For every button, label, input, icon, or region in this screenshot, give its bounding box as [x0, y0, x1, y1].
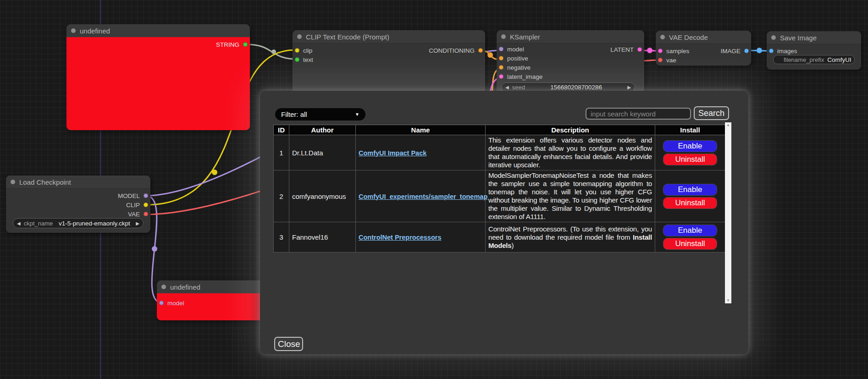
node-title: undefined	[170, 283, 200, 291]
conditioning-port-dot[interactable]	[478, 48, 483, 53]
output-port-latent[interactable]: LATENT	[610, 46, 642, 53]
node-graph-canvas[interactable]: undefined STRING CLIP Text Encode (Promp…	[0, 0, 868, 379]
decrement-arrow-icon[interactable]: ◀	[17, 221, 21, 226]
extension-author-cell: comfyanonymous	[289, 170, 356, 222]
extension-id-cell: 2	[274, 170, 289, 222]
input-port-model[interactable]: model	[159, 299, 184, 307]
input-port-latent-image[interactable]: latent_image	[499, 73, 542, 80]
extension-author-cell: Dr.Lt.Data	[289, 135, 356, 170]
node-collapse-dot[interactable]	[161, 285, 166, 289]
uninstall-button[interactable]: Uninstall	[663, 238, 717, 250]
uninstall-button[interactable]: Uninstall	[663, 154, 717, 165]
extension-description-cell: This extension offers various detector n…	[486, 135, 655, 170]
increment-arrow-icon[interactable]: ▶	[627, 85, 631, 90]
extension-name-cell: ComfyUI Impact Pack	[356, 135, 486, 170]
search-button[interactable]: Search	[694, 106, 729, 120]
table-header-row: IDAuthorNameDescriptionInstall	[274, 125, 725, 135]
extension-link[interactable]: ComfyUI Impact Pack	[359, 149, 426, 157]
output-port-model[interactable]: MODEL	[118, 192, 148, 199]
negative-port-dot[interactable]	[499, 65, 503, 70]
filter-dropdown[interactable]: Filter: all ▼	[275, 108, 365, 121]
node-collapse-dot[interactable]	[660, 35, 665, 39]
close-button[interactable]: Close	[274, 337, 303, 351]
extension-id-cell: 3	[274, 222, 289, 253]
table-row: 3Fannovel16ControlNet PreprocessorsContr…	[274, 222, 725, 253]
filename-prefix-widget[interactable]: filename_prefix ComfyUI	[773, 55, 855, 64]
input-port-text[interactable]: text	[295, 56, 313, 63]
node-save-image[interactable]: Save Image images filename_prefix ComfyU…	[767, 31, 861, 70]
clip-out-dot[interactable]	[144, 203, 148, 207]
scroll-down-icon[interactable]: ▼	[726, 298, 730, 303]
extension-description-cell: ControlNet Preprocessors. (To use this e…	[486, 222, 655, 253]
decrement-arrow-icon[interactable]: ◀	[505, 85, 509, 90]
node-title: undefined	[80, 27, 110, 35]
node-undefined-bottom[interactable]: undefined model	[157, 280, 271, 320]
output-port-clip[interactable]: CLIP	[126, 201, 148, 209]
input-port-positive[interactable]: positive	[499, 55, 528, 62]
output-port-string[interactable]: STRING	[216, 41, 248, 48]
wire-dot	[212, 170, 217, 175]
search-input[interactable]	[586, 108, 691, 120]
increment-arrow-icon[interactable]: ▶	[136, 221, 139, 226]
node-collapse-dot[interactable]	[501, 34, 506, 39]
node-title: Load Checkpoint	[19, 178, 71, 186]
node-load-checkpoint[interactable]: Load Checkpoint MODEL CLIP VAE ◀ ckpt_na…	[6, 176, 150, 233]
model-port-dot[interactable]	[159, 301, 164, 305]
vae-port-dot[interactable]	[658, 58, 663, 62]
extension-install-cell: EnableUninstall	[655, 135, 725, 170]
model-port-dot[interactable]	[499, 47, 503, 51]
extension-link[interactable]: ControlNet Preprocessors	[359, 234, 442, 241]
node-collapse-dot[interactable]	[71, 28, 76, 33]
extension-description-cell: ModelSamplerTonemapNoiseTest a node that…	[486, 170, 655, 222]
node-title: Save Image	[780, 34, 817, 42]
model-out-dot[interactable]	[144, 193, 148, 198]
wire-string-to-text	[247, 44, 297, 59]
filter-selected-value: Filter: all	[281, 110, 307, 118]
string-port-dot[interactable]	[243, 42, 248, 47]
vae-out-dot[interactable]	[144, 212, 148, 216]
clip-port-dot[interactable]	[295, 48, 299, 53]
enable-button[interactable]: Enable	[663, 225, 717, 236]
table-scrollbar[interactable]: ▲ ▼	[725, 122, 731, 303]
text-port-dot[interactable]	[295, 57, 299, 62]
input-port-vae[interactable]: vae	[658, 56, 676, 64]
node-ksampler[interactable]: KSampler model positive negative latent_…	[497, 30, 644, 95]
column-header: Name	[356, 125, 486, 135]
column-header: Author	[289, 125, 356, 135]
wire-dot	[757, 48, 762, 53]
scroll-up-icon[interactable]: ▲	[726, 122, 730, 128]
image-out-dot[interactable]	[744, 49, 749, 53]
ckpt-name-widget[interactable]: ◀ ckpt_name v1-5-pruned-emaonly.ckpt ▶	[13, 218, 144, 228]
positive-port-dot[interactable]	[499, 56, 503, 60]
enable-button[interactable]: Enable	[663, 184, 717, 196]
node-collapse-dot[interactable]	[11, 180, 15, 184]
latent-out-dot[interactable]	[637, 47, 642, 52]
wire-dot	[487, 52, 493, 58]
input-port-negative[interactable]: negative	[499, 64, 531, 71]
table-row: 1Dr.Lt.DataComfyUI Impact PackThis exten…	[274, 135, 725, 170]
input-port-samples[interactable]: samples	[658, 47, 689, 55]
node-vae-decode[interactable]: VAE Decode samples vae IMAGE	[656, 31, 751, 66]
node-collapse-dot[interactable]	[771, 35, 776, 40]
latent-port-dot[interactable]	[499, 74, 503, 79]
input-port-images[interactable]: images	[769, 47, 797, 55]
enable-button[interactable]: Enable	[663, 140, 717, 152]
node-title: KSampler	[510, 33, 540, 41]
node-title: VAE Decode	[669, 33, 708, 41]
images-port-dot[interactable]	[769, 49, 774, 53]
chevron-down-icon: ▼	[355, 112, 359, 117]
extension-install-cell: EnableUninstall	[655, 170, 725, 222]
extension-link[interactable]: ComfyUI_experiments/sampler_tonemap	[359, 193, 487, 200]
input-port-clip[interactable]: clip	[295, 47, 312, 54]
input-port-model[interactable]: model	[499, 45, 524, 53]
uninstall-button[interactable]: Uninstall	[663, 197, 717, 209]
output-port-vae[interactable]: VAE	[128, 210, 148, 218]
samples-port-dot[interactable]	[658, 49, 663, 53]
extensions-table: IDAuthorNameDescriptionInstall 1Dr.Lt.Da…	[273, 125, 725, 253]
node-undefined-top[interactable]: undefined STRING	[66, 24, 250, 130]
node-collapse-dot[interactable]	[297, 34, 302, 39]
error-node-body	[66, 37, 250, 130]
output-port-conditioning[interactable]: CONDITIONING	[429, 47, 483, 54]
comfyui-manager-dialog: Filter: all ▼ Search IDAuthorNameDescrip…	[260, 91, 748, 354]
output-port-image[interactable]: IMAGE	[720, 47, 749, 55]
